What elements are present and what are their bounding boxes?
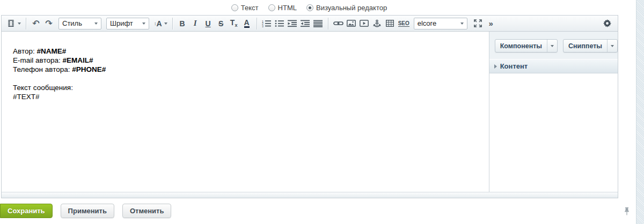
font-select-value: Шрифт	[110, 19, 133, 27]
mode-option-visual[interactable]: Визуальный редактор	[306, 4, 387, 12]
component-icon	[6, 19, 16, 27]
outdent-button[interactable]	[299, 17, 312, 30]
strikethrough-button[interactable]: S	[215, 17, 228, 30]
underline-button[interactable]: U	[202, 17, 215, 30]
font-size-letter: A	[157, 20, 162, 27]
clear-format-icon: Tx	[230, 19, 238, 28]
components-insert-button[interactable]	[5, 17, 23, 30]
chevron-right-icon	[494, 64, 497, 69]
cancel-button[interactable]: Отменить	[122, 204, 172, 218]
fullscreen-button[interactable]	[472, 17, 485, 30]
chevron-down-icon	[460, 23, 464, 25]
content-line: Текст сообщения:	[13, 83, 478, 92]
fullscreen-icon	[474, 19, 482, 27]
more-tools-button[interactable]: »	[485, 17, 497, 30]
content-line: E-mail автора: #EMAIL#	[13, 56, 478, 65]
justify-icon	[313, 20, 323, 27]
placeholder-text: #TEXT#	[13, 93, 40, 101]
settings-button[interactable]	[601, 17, 613, 30]
redo-icon: ↷	[45, 19, 52, 28]
placeholder-email: #EMAIL#	[62, 56, 93, 64]
video-icon	[360, 20, 369, 27]
editor-sidebar: Компоненты Сниппеты Контент	[489, 32, 618, 192]
sidebar-buttons-row: Компоненты Сниппеты	[489, 32, 618, 59]
placeholder-name: #NAME#	[36, 47, 66, 55]
italic-button[interactable]: I	[189, 17, 202, 30]
editor-frame: ↶ ↷ Стиль Шрифт ↕ A B	[1, 15, 618, 198]
gear-icon	[603, 19, 611, 27]
chevron-down-icon	[142, 23, 145, 25]
radio-text[interactable]	[231, 4, 238, 11]
visual-editor-page: Текст HTML Визуальный редактор	[0, 0, 644, 224]
seo-button[interactable]: SEO	[397, 17, 411, 30]
anchor-icon	[373, 19, 381, 28]
form-footer: Сохранить Применить Отменить	[0, 198, 644, 224]
outdent-icon	[301, 20, 310, 27]
table-icon	[386, 20, 394, 27]
chevron-down-icon	[94, 23, 98, 25]
bold-button[interactable]: B	[176, 17, 189, 30]
components-dropdown-toggle[interactable]	[547, 40, 557, 52]
insert-video-button[interactable]	[358, 17, 371, 30]
clear-format-button[interactable]: Tx	[228, 17, 240, 30]
strikethrough-icon: S	[218, 20, 223, 27]
underline-icon: U	[206, 20, 211, 27]
placeholder-phone: #PHONE#	[72, 65, 106, 73]
editor-toolbar: ↶ ↷ Стиль Шрифт ↕ A B	[2, 16, 618, 32]
content-line: Автор: #NAME#	[13, 47, 478, 56]
template-select[interactable]: elcore	[414, 18, 467, 29]
anchor-button[interactable]	[371, 17, 384, 30]
italic-icon: I	[194, 19, 197, 27]
radio-visual-editor[interactable]	[306, 4, 313, 11]
toolbar-separator	[328, 18, 328, 29]
wysiwyg-edit-area[interactable]: Автор: #NAME# E-mail автора: #EMAIL# Тел…	[2, 32, 489, 192]
content-line: #TEXT#	[13, 92, 478, 101]
snippets-button[interactable]: Сниппеты	[563, 39, 618, 53]
ordered-list-button[interactable]: 1 2 3	[260, 17, 273, 30]
text-color-button[interactable]: A	[240, 17, 253, 30]
font-size-button[interactable]: ↕ A	[152, 17, 169, 30]
undo-button[interactable]: ↶	[30, 17, 42, 30]
unordered-list-button[interactable]	[273, 17, 286, 30]
ordered-list-icon: 1 2 3	[262, 20, 271, 27]
save-button[interactable]: Сохранить	[0, 204, 53, 218]
toolbar-separator	[257, 18, 257, 29]
image-icon	[347, 20, 356, 27]
redo-button[interactable]: ↷	[42, 17, 55, 30]
seo-icon: SEO	[398, 20, 409, 27]
mode-option-label: Текст	[241, 4, 259, 12]
insert-table-button[interactable]	[384, 17, 397, 30]
snippets-dropdown-toggle[interactable]	[607, 40, 617, 52]
unordered-list-icon	[275, 20, 284, 27]
insert-link-button[interactable]	[332, 17, 345, 30]
style-select[interactable]: Стиль	[58, 18, 101, 29]
pushpin-icon	[624, 207, 630, 216]
indent-button[interactable]	[286, 17, 299, 30]
text-color-icon: A	[244, 19, 250, 28]
content-section-header[interactable]: Контент	[489, 59, 618, 73]
chevron-down-icon	[18, 23, 21, 25]
insert-image-button[interactable]	[345, 17, 358, 30]
justify-button[interactable]	[312, 17, 325, 30]
mode-option-html[interactable]: HTML	[268, 4, 297, 12]
link-icon	[333, 20, 343, 26]
more-tools-icon: »	[489, 19, 493, 28]
apply-button[interactable]: Применить	[61, 204, 114, 218]
toolbar-separator	[172, 18, 173, 29]
chevron-down-icon	[164, 23, 167, 25]
radio-html[interactable]	[268, 4, 275, 11]
editor-body: Автор: #NAME# E-mail автора: #EMAIL# Тел…	[2, 32, 618, 192]
undo-icon: ↶	[32, 19, 39, 28]
editor-status-strip	[2, 192, 618, 198]
indent-icon	[288, 20, 297, 27]
style-select-value: Стиль	[62, 19, 82, 27]
editor-mode-bar: Текст HTML Визуальный редактор	[0, 0, 618, 15]
bold-icon: B	[180, 20, 185, 27]
template-select-value: elcore	[418, 19, 436, 27]
mode-option-label: HTML	[278, 4, 297, 12]
components-button[interactable]: Компоненты	[495, 39, 558, 53]
pin-footer-button[interactable]	[624, 207, 630, 218]
font-select[interactable]: Шрифт	[106, 18, 149, 29]
mode-option-text[interactable]: Текст	[231, 4, 259, 12]
sidebar-empty-area	[489, 73, 618, 192]
